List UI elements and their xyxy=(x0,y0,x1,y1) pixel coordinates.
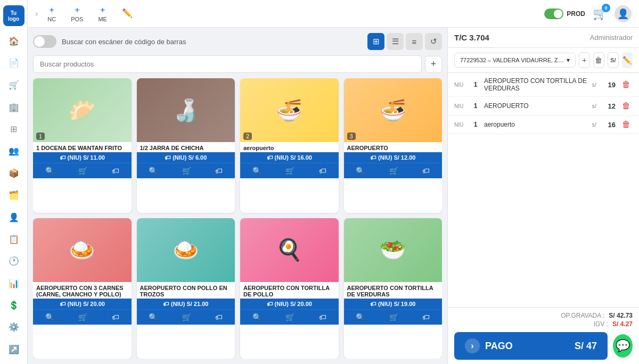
user-avatar[interactable]: 👤 xyxy=(615,5,632,22)
product-search-p7[interactable]: 🔍 xyxy=(248,311,266,323)
sidebar-item-chart[interactable]: 📊 xyxy=(4,274,23,292)
detail-view-button[interactable]: ≡ xyxy=(406,33,423,50)
product-actions-p6: 🔍 🛒 🏷 xyxy=(137,309,235,325)
sidebar-item-documents[interactable]: 📄 xyxy=(4,54,23,72)
product-search-p8[interactable]: 🔍 xyxy=(351,311,369,323)
igv-value: S/ 4.27 xyxy=(612,320,633,328)
order-qty-2: 1 xyxy=(471,121,480,128)
pay-button[interactable]: › PAGO S/ 47 xyxy=(454,332,608,360)
product-cart-p3[interactable]: 🛒 xyxy=(281,165,299,177)
sidebar-item-settings[interactable]: ⚙️ xyxy=(4,318,23,336)
edit-button[interactable]: ✏️ xyxy=(622,52,633,68)
cart-icon-wrap[interactable]: 🛒 0 xyxy=(593,7,607,21)
right-footer: OP.GRAVADA : S/ 42.73 IGV : S/ 4.27 › PA… xyxy=(448,307,639,364)
me-button[interactable]: + ME xyxy=(93,3,112,24)
dropdown-chevron-icon: ▾ xyxy=(567,56,570,64)
env-toggle[interactable] xyxy=(544,9,563,19)
topbar-chevron-icon[interactable]: › xyxy=(35,9,38,19)
product-search-p2[interactable]: 🔍 xyxy=(144,165,162,177)
sidebar-item-home[interactable]: 🏠 xyxy=(4,31,23,50)
op-gravada-row: OP.GRAVADA : S/ 42.73 xyxy=(561,312,633,319)
product-tag-p3[interactable]: 🏷 xyxy=(315,165,331,177)
search-input[interactable] xyxy=(33,55,422,73)
sidebar-item-stack[interactable]: 🗂️ xyxy=(4,186,23,204)
sidebar-item-building[interactable]: 🏢 xyxy=(4,97,23,116)
product-price-p5[interactable]: 🏷 (NIU) S/ 20.00 xyxy=(33,299,132,309)
main-area: › + NC + POS + ME ✏️ PROD 🛒 0 xyxy=(28,0,639,364)
product-cart-p4[interactable]: 🛒 xyxy=(385,165,403,177)
whatsapp-button[interactable]: 💬 xyxy=(613,334,633,358)
product-tag-p8[interactable]: 🏷 xyxy=(418,311,434,323)
sidebar-item-share[interactable]: ↗️ xyxy=(4,340,23,359)
product-price-p4[interactable]: 🏷 (NIU) S/ 12.00 xyxy=(344,152,443,163)
product-title-p7: AEROPUERTO CON TORTILLA DE POLLO xyxy=(240,282,339,299)
product-search-p1[interactable]: 🔍 xyxy=(41,165,59,177)
product-price-p6[interactable]: 🏷 (NIU) S/ 21.00 xyxy=(137,299,235,309)
order-price-0: 19 xyxy=(601,81,616,89)
add-client-button[interactable]: + xyxy=(579,52,590,68)
sidebar-item-person[interactable]: 👤 xyxy=(4,208,23,226)
product-price-p7[interactable]: 🏷 (NIU) S/ 20.00 xyxy=(240,299,339,309)
right-panel: T/C 3.704 Administrador 77229532 – VALDE… xyxy=(447,28,639,364)
sidebar-item-grid[interactable]: ⊞ xyxy=(4,120,23,138)
order-delete-2[interactable]: 🗑 xyxy=(620,120,633,129)
topbar-right: PROD 🛒 0 👤 xyxy=(544,5,632,22)
refresh-button[interactable]: ↺ xyxy=(425,33,442,50)
client-dropdown[interactable]: 77229532 – VALDERA VIDAURRE, ZHAU ▾ xyxy=(454,53,576,68)
igv-label: IGV : xyxy=(594,320,608,328)
nc-button[interactable]: + NC xyxy=(42,3,61,24)
pay-circle-icon: › xyxy=(465,338,480,353)
search-add-button[interactable]: + xyxy=(425,56,442,73)
product-tag-p4[interactable]: 🏷 xyxy=(418,165,434,177)
product-cart-p6[interactable]: 🛒 xyxy=(178,311,195,323)
order-delete-1[interactable]: 🗑 xyxy=(620,101,633,111)
pos-label: POS xyxy=(71,16,83,22)
product-image-p4: 🍜 3 xyxy=(344,78,443,142)
product-title-p2: 1/2 JARRA DE CHICHA xyxy=(137,142,235,152)
product-card-p3: 🍜 2 aeropuerto 🏷 (NIU) S/ 16.00 🔍 🛒 🏷 xyxy=(240,78,339,213)
product-image-p5: 🍛 xyxy=(33,218,132,282)
product-cart-p1[interactable]: 🛒 xyxy=(74,165,92,177)
list-view-button[interactable]: ☰ xyxy=(387,33,404,50)
product-search-p6[interactable]: 🔍 xyxy=(144,311,162,323)
sidebar-item-box[interactable]: 📦 xyxy=(4,164,23,183)
product-tag-p6[interactable]: 🏷 xyxy=(211,311,227,323)
order-delete-0[interactable]: 🗑 xyxy=(620,80,633,89)
sidebar-item-dollar[interactable]: 💲 xyxy=(4,296,23,315)
order-list: NIU 1 AEROPUERTO CON TORTILLA DE VERDURA… xyxy=(448,73,639,307)
product-tag-p5[interactable]: 🏷 xyxy=(108,311,124,323)
more-button[interactable]: ✏️ xyxy=(117,6,138,21)
product-tag-p7[interactable]: 🏷 xyxy=(315,311,331,323)
product-price-p8[interactable]: 🏷 (NIU) S/ 19.00 xyxy=(344,299,443,309)
product-cart-p5[interactable]: 🛒 xyxy=(74,311,92,323)
product-cart-p8[interactable]: 🛒 xyxy=(385,311,403,323)
product-search-p4[interactable]: 🔍 xyxy=(351,165,369,177)
sidebar-item-clock[interactable]: 🕐 xyxy=(4,252,23,270)
app-logo[interactable]: Tulogo xyxy=(3,5,24,26)
product-price-p3[interactable]: 🏷 (NIU) S/ 16.00 xyxy=(240,152,339,163)
sidebar-item-list[interactable]: 📋 xyxy=(4,230,23,249)
product-card-p1: 🥟 1 1 DOCENA DE WANTAN FRITO 🏷 (NIU) S/ … xyxy=(33,78,132,213)
sidebar-item-cart[interactable]: 🛒 xyxy=(4,76,23,94)
product-tag-p1[interactable]: 🏷 xyxy=(108,165,124,177)
product-search-p3[interactable]: 🔍 xyxy=(248,165,266,177)
product-tag-p2[interactable]: 🏷 xyxy=(211,165,227,177)
product-search-p5[interactable]: 🔍 xyxy=(41,311,59,323)
product-price-p1[interactable]: 🏷 (NIU) S/ 11.00 xyxy=(33,152,132,163)
scanner-toggle[interactable] xyxy=(33,35,56,48)
grid-view-button[interactable]: ⊞ xyxy=(367,33,384,50)
sidebar-item-users[interactable]: 👥 xyxy=(4,142,23,160)
view-buttons: ⊞ ☰ ≡ ↺ xyxy=(367,33,442,50)
order-qty-1: 1 xyxy=(471,102,480,110)
scanner-label: Buscar con escáner de código de barras xyxy=(62,38,362,46)
shortcut-button[interactable]: S/ xyxy=(608,52,619,68)
order-item: NIU 1 aeropuerto s/ 16 🗑 xyxy=(448,115,639,134)
delete-client-button[interactable]: 🗑 xyxy=(593,52,604,68)
order-item: NIU 1 AEROPUERTO CON TORTILLA DE VERDURA… xyxy=(448,73,639,97)
product-cart-p2[interactable]: 🛒 xyxy=(178,165,195,177)
product-price-p2[interactable]: 🏷 (NIU) S/ 6.00 xyxy=(137,152,235,163)
order-price-2: 16 xyxy=(601,121,616,129)
pos-button[interactable]: + POS xyxy=(65,3,88,24)
product-cart-p7[interactable]: 🛒 xyxy=(281,311,299,323)
product-actions-p1: 🔍 🛒 🏷 xyxy=(33,163,132,178)
